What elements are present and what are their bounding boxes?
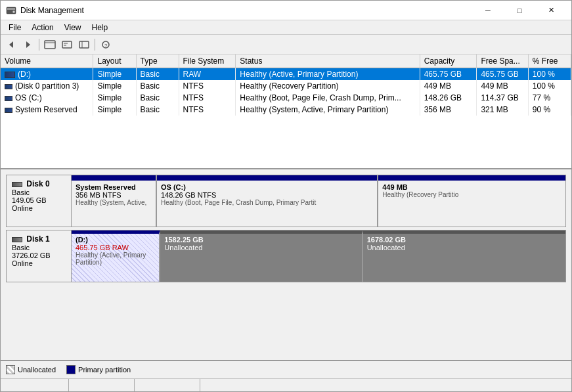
cell-pct-2: 77 %	[528, 92, 571, 104]
volume-list-container[interactable]: Volume Layout Type File System Status Ca…	[1, 54, 571, 169]
legend-unallocated: Unallocated	[6, 365, 56, 374]
svg-rect-10	[79, 41, 89, 48]
row-icon-0	[5, 72, 15, 78]
toolbar: ?	[1, 35, 571, 54]
col-status[interactable]: Status	[236, 54, 420, 68]
main-content: Volume Layout Type File System Status Ca…	[1, 54, 571, 378]
title-bar-left: Disk Management	[6, 5, 84, 16]
disk1-d-status: Healthy (Active, Primary Partition)	[76, 251, 155, 266]
cell-capacity-3: 356 MB	[420, 104, 477, 116]
forward-button[interactable]	[20, 37, 36, 52]
disk0-partitions: System Reserved 356 MB NTFS Healthy (Sys…	[72, 175, 566, 227]
properties-icon	[62, 40, 72, 49]
refresh-button[interactable]	[76, 37, 92, 52]
disk0-size: 149.05 GB	[12, 196, 66, 204]
disk0-osc-size: 148.26 GB NTFS	[161, 191, 373, 199]
help-button[interactable]: ?	[98, 37, 114, 52]
disk1-partitions: (D:) 465.75 GB RAW Healthy (Active, Prim…	[72, 230, 566, 282]
legend-unallocated-label: Unallocated	[18, 366, 56, 374]
disk1-name: Disk 1	[12, 234, 66, 244]
row-icon-1	[5, 84, 12, 89]
status-pane-2	[69, 379, 135, 391]
cell-status-0: Healthy (Active, Primary Partition)	[236, 68, 420, 81]
svg-text:?: ?	[104, 43, 108, 49]
cell-type-3: Basic	[136, 104, 179, 116]
disk1-unallocated2[interactable]: 1678.02 GB Unallocated	[363, 230, 565, 282]
legend-bar: Unallocated Primary partition	[1, 360, 571, 378]
disk0-partition-osc[interactable]: OS (C:) 148.26 GB NTFS Healthy (Boot, Pa…	[157, 175, 378, 227]
cell-capacity-1: 449 MB	[420, 80, 477, 92]
volume-row-3[interactable]: System ReservedSimpleBasicNTFSHealthy (S…	[1, 104, 571, 116]
cell-layout-1: Simple	[93, 80, 136, 92]
disk-icon	[44, 40, 56, 49]
col-layout[interactable]: Layout	[93, 54, 136, 68]
disk0-row: Disk 0 Basic 149.05 GB Online System Res…	[6, 175, 566, 227]
back-button[interactable]	[3, 37, 19, 52]
disk1-partition-d[interactable]: (D:) 465.75 GB RAW Healthy (Active, Prim…	[72, 230, 160, 282]
close-button[interactable]: ✕	[536, 1, 566, 20]
disk0-type: Basic	[12, 188, 66, 196]
cell-volume-1: (Disk 0 partition 3)	[1, 80, 93, 92]
row-icon-3	[5, 108, 12, 113]
disk1-size: 3726.02 GB	[12, 251, 66, 259]
volume-row-1[interactable]: (Disk 0 partition 3)SimpleBasicNTFSHealt…	[1, 80, 571, 92]
svg-marker-3	[9, 41, 13, 48]
cell-pct-3: 90 %	[528, 104, 571, 116]
disk0-label: Disk 0 Basic 149.05 GB Online	[6, 175, 72, 227]
disk0-partition-recovery[interactable]: 449 MB Healthy (Recovery Partitio	[378, 175, 565, 227]
back-icon	[7, 40, 16, 49]
cell-free-0: 465.75 GB	[477, 68, 528, 81]
toolbar-separator-1	[39, 39, 39, 51]
svg-point-2	[12, 11, 15, 13]
cell-fs-3: NTFS	[179, 104, 236, 116]
forward-icon	[24, 40, 33, 49]
minimize-button[interactable]: ─	[473, 1, 503, 20]
disk1-type: Basic	[12, 244, 66, 251]
disk-view-container: Disk 0 Basic 149.05 GB Online System Res…	[1, 169, 571, 360]
menu-help[interactable]: Help	[87, 22, 114, 33]
menu-view[interactable]: View	[59, 22, 87, 33]
menu-bar: File Action View Help	[1, 20, 571, 35]
toolbar-separator-2	[95, 39, 95, 51]
legend-unallocated-box	[6, 365, 15, 374]
cell-capacity-0: 465.75 GB	[420, 68, 477, 81]
cell-capacity-2: 148.26 GB	[420, 92, 477, 104]
col-fs[interactable]: File System	[179, 54, 236, 68]
disk0-partition-sysreserved[interactable]: System Reserved 356 MB NTFS Healthy (Sys…	[72, 175, 157, 227]
cell-fs-2: NTFS	[179, 92, 236, 104]
legend-primary-label: Primary partition	[78, 366, 131, 374]
cell-fs-1: NTFS	[179, 80, 236, 92]
col-type[interactable]: Type	[136, 54, 179, 68]
cell-status-1: Healthy (Recovery Partition)	[236, 80, 420, 92]
col-volume[interactable]: Volume	[1, 54, 93, 68]
status-pane-3	[135, 379, 200, 391]
svg-rect-1	[7, 8, 15, 10]
title-bar: Disk Management ─ □ ✕	[1, 1, 571, 20]
cell-layout-0: Simple	[93, 68, 136, 81]
legend-primary-box	[66, 365, 76, 374]
volume-row-0[interactable]: (D:)SimpleBasicRAWHealthy (Active, Prima…	[1, 68, 571, 81]
menu-action[interactable]: Action	[26, 22, 58, 33]
properties-button[interactable]	[59, 37, 75, 52]
disk0-icon	[12, 182, 22, 187]
disk0-name: Disk 0	[12, 179, 66, 188]
disk1-d-size: 465.75 GB RAW	[76, 244, 155, 251]
menu-file[interactable]: File	[3, 22, 26, 33]
disk0-osc-status: Healthy (Boot, Page File, Crash Dump, Pr…	[161, 199, 373, 206]
volume-row-2[interactable]: OS (C:)SimpleBasicNTFSHealthy (Boot, Pag…	[1, 92, 571, 104]
disk1-unalloc2-label: Unallocated	[367, 244, 561, 251]
col-pct[interactable]: % Free	[528, 54, 571, 68]
col-free[interactable]: Free Spa...	[477, 54, 528, 68]
disk1-status: Online	[12, 259, 66, 267]
cell-type-0: Basic	[136, 68, 179, 81]
maximize-button[interactable]: □	[504, 1, 535, 20]
cell-type-1: Basic	[136, 80, 179, 92]
disk0-recovery-status: Healthy (Recovery Partitio	[382, 191, 561, 198]
cell-volume-2: OS (C:)	[1, 92, 93, 104]
disk-view-button[interactable]	[42, 37, 58, 52]
window-title: Disk Management	[20, 6, 84, 15]
col-capacity[interactable]: Capacity	[420, 54, 477, 68]
cell-free-3: 321 MB	[477, 104, 528, 116]
cell-volume-3: System Reserved	[1, 104, 93, 116]
disk1-unallocated1[interactable]: 1582.25 GB Unallocated	[160, 230, 363, 282]
